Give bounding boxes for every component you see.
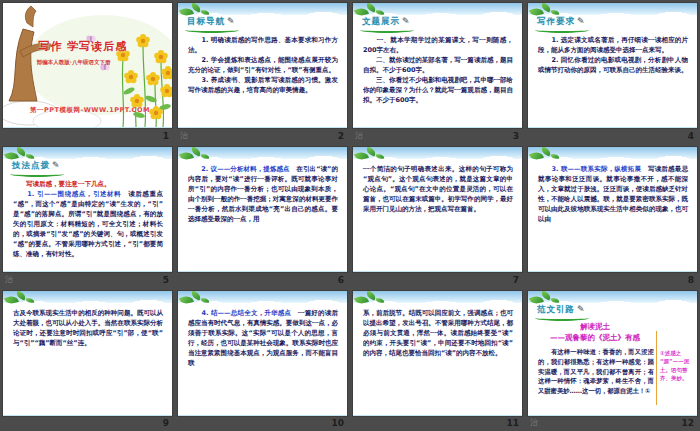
slide-canvas: 古及今联系现实生活中的相反的种种问题。既可以从大处着眼，也可以从小处入手。当然在… [3,291,172,416]
slide-body: 古及今联系现实生活中的相反的种种问题。既可以从大处着眼，也可以从小处入手。当然在… [13,308,163,348]
slide-thumbnail-11: 系，前后脱节。结既可以回应前文，强调感点；也可以提出希望，发出号召。不管采用哪种… [350,288,525,431]
essay-body: 有这样一种味道：香香的，而又涩涩的，我们都很熟悉；有这样一种感觉：踏实温暖，而又… [538,347,654,396]
leaf-icon [5,292,39,308]
slide-number: 9 [163,418,169,428]
pencil-icon: ✎ [577,16,585,26]
slide-number: 1 [163,131,169,141]
slide-canvas: 写作要求✎ 1. 选定课文或名著后，再仔细读一读相应的片段，能从多方面的阅读感受… [528,3,697,128]
slide-body: 1. 选定课文或名著后，再仔细读一读相应的片段，能从多方面的阅读感受中选择一点来… [538,35,688,75]
essay-title: 解读泥土 ——观鲁藜的《泥土》有感 [536,321,654,344]
cover-title: 写作 学写读后感 [38,39,127,54]
slide-body: 2. 议——分析材料，提炼感点 在引出“读”的内容后，要对“读”进行一番评析。既… [188,164,338,224]
slide-thumbnail-3: 文题展示✎ 一、就本学期学过的某篇课文，写一则随感，200字左右。 二、就你读过… [350,0,525,144]
slide-number: 3 [513,131,519,141]
slide-body: 一个简洁的句子明确表述出来。这样的句子可称为“观点句”。这个观点句表述的，就是这… [363,164,513,214]
header-underline [10,171,64,177]
watermark: 治 [5,274,13,285]
pencil-icon: ✎ [577,304,585,314]
slide-thumbnail-7: 一个简洁的句子明确表述出来。这样的句子可称为“观点句”。这个观点句表述的，就是这… [350,144,525,288]
slide-thumbnail-1: 写作 学写读后感 部编本人教版·八年级语文下册 第一PPT模板网-WWW.1PP… [0,0,175,144]
cover-subtitle: 部编本人教版·八年级语文下册 [37,59,111,66]
slide-thumbnail-8: 3. 联——联系实际，纵横拓展 写读后感最忌就事论事和泛泛而谈。就事论事撒不开，… [525,144,700,288]
pencil-icon: ✎ [402,16,410,26]
slide-canvas: 3. 联——联系实际，纵横拓展 写读后感最忌就事论事和泛泛而谈。就事论事撒不开，… [528,147,697,272]
slide-canvas: 文题展示✎ 一、就本学期学过的某篇课文，写一则随感，200字左右。 二、就你读过… [353,3,522,128]
slide-thumbnail-2: 目标导航✎ 1. 明确读后感的写作思路、基本要求和习作方法。 2. 学会提炼和表… [175,0,350,144]
leaf-icon [180,4,214,20]
watermark: 治 [355,130,363,141]
header-underline [185,27,239,33]
slide-body: 一、就本学期学过的某篇课文，写一则随感，200字左右。 二、就你读过的某部名著，… [363,35,513,105]
slide-canvas: 4. 结——总结全文，升华感点 一篇好的读后感应当有时代气息，有真情实感。要做到… [178,291,347,416]
slide-body: 4. 结——总结全文，升华感点 一篇好的读后感应当有时代气息，有真情实感。要做到… [188,308,338,368]
slide-thumbnail-9: 古及今联系现实生活中的相反的种种问题。既可以从大处着眼，也可以从小处入手。当然在… [0,288,175,431]
slide-canvas: 2. 议——分析材料，提炼感点 在引出“读”的内容后，要对“读”进行一番评析。既… [178,147,347,272]
slide-thumbnail-grid: 写作 学写读后感 部编本人教版·八年级语文下册 第一PPT模板网-WWW.1PP… [0,0,700,431]
slide-thumbnail-12: 范文引路✎ 解读泥土 ——观鲁藜的《泥土》有感 有这样一种味道：香香的，而又涩涩… [525,288,700,431]
slide-number: 8 [688,275,694,285]
leaf-icon [530,148,564,164]
slide-canvas: 一个简洁的句子明确表述出来。这样的句子可称为“观点句”。这个观点句表述的，就是这… [353,147,522,272]
slide-number: 11 [506,418,519,428]
slide-body: 系，前后脱节。结既可以回应前文，强调感点；也可以提出希望，发出号召。不管采用哪种… [363,308,513,358]
slide-number: 5 [163,275,169,285]
slide-number: 6 [338,275,344,285]
leaf-icon [530,292,564,308]
slide-canvas: 范文引路✎ 解读泥土 ——观鲁藜的《泥土》有感 有这样一种味道：香香的，而又涩涩… [528,291,697,416]
slide-canvas: 目标导航✎ 1. 明确读后感的写作思路、基本要求和习作方法。 2. 学会提炼和表… [178,3,347,128]
slide-number: 2 [338,131,344,141]
leaf-icon [355,148,389,164]
slide-thumbnail-10: 4. 结——总结全文，升华感点 一篇好的读后感应当有时代气息，有真情实感。要做到… [175,288,350,431]
slide-number: 7 [513,275,519,285]
watermark: 治 [530,417,538,428]
slide-body: 1. 明确读后感的写作思路、基本要求和习作方法。 2. 学会提炼和表达感点，能围… [188,35,338,95]
leaf-icon [355,4,389,20]
leaf-icon [180,148,214,164]
margin-note: ①述感之“源”——泥土。语句整齐、美妙。 [660,349,693,382]
slide-number: 4 [688,131,694,141]
margin-divider [656,331,657,405]
slide-canvas: 系，前后脱节。结既可以回应前文，强调感点；也可以提出希望，发出号召。不管采用哪种… [353,291,522,416]
leaf-icon [355,292,389,308]
leaf-icon [5,148,39,164]
slide-thumbnail-6: 2. 议——分析材料，提炼感点 在引出“读”的内容后，要对“读”进行一番评析。既… [175,144,350,288]
slide-number: 12 [681,418,694,428]
cover-footer-url: 第一PPT模板网-WWW.1PPT.COM [30,106,150,115]
header-underline [360,27,414,33]
header-underline [535,27,589,33]
slide-number: 10 [331,418,344,428]
leaf-icon [180,292,214,308]
pencil-icon: ✎ [52,160,60,170]
slide-canvas: 技法点拨✎ 写读后感，要注意一下几点。 1. 引——围绕感点，引述材料 读后感重… [3,147,172,272]
slide-thumbnail-4: 写作要求✎ 1. 选定课文或名著后，再仔细读一读相应的片段，能从多方面的阅读感受… [525,0,700,144]
slide-body: 3. 联——联系实际，纵横拓展 写读后感最忌就事论事和泛泛而谈。就事论事撒不开，… [538,164,688,224]
leaf-icon [530,4,564,20]
slide-thumbnail-5: 技法点拨✎ 写读后感，要注意一下几点。 1. 引——围绕感点，引述材料 读后感重… [0,144,175,288]
watermark: 治 [180,130,188,141]
essay-title-line1: 解读泥土 [536,321,654,332]
slide-body: 写读后感，要注意一下几点。 1. 引——围绕感点，引述材料 读后感重点“感”，而… [13,179,163,260]
pencil-icon: ✎ [227,16,235,26]
essay-title-line2: ——观鲁藜的《泥土》有感 [536,332,654,343]
cover-slide: 写作 学写读后感 部编本人教版·八年级语文下册 第一PPT模板网-WWW.1PP… [3,3,172,128]
